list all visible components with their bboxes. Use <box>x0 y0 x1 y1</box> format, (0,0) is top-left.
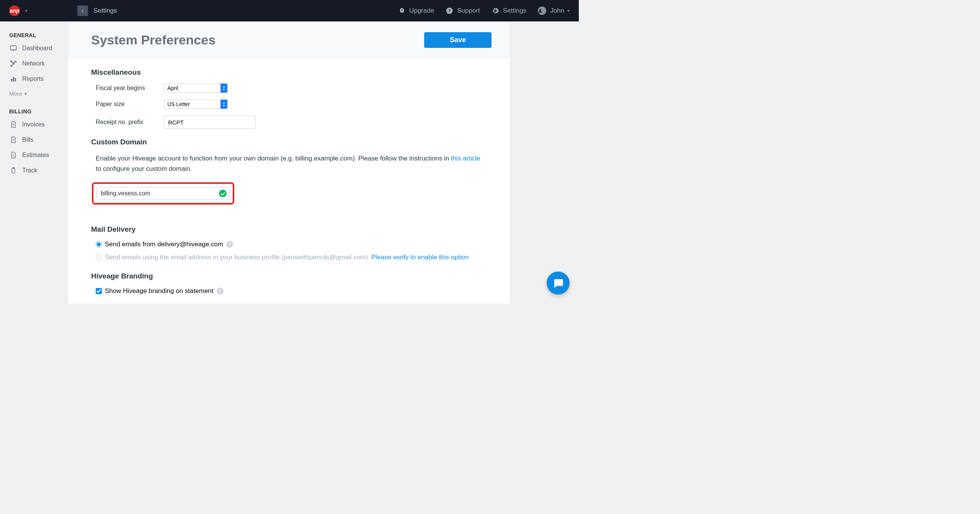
sidebar-item-label: Estimates <box>22 152 49 159</box>
section-heading-miscellaneous: Miscellaneous <box>91 68 487 77</box>
receipt-prefix-label: Receipt no. prefix <box>96 119 164 126</box>
page-title: Settings <box>93 7 117 15</box>
chevron-down-icon: ▾ <box>567 8 570 13</box>
custom-domain-input[interactable] <box>96 187 230 200</box>
user-menu[interactable]: John ▾ <box>538 7 570 15</box>
verify-email-link[interactable]: Please verify to enable this option <box>371 254 469 261</box>
rocket-icon <box>399 7 405 14</box>
sidebar-heading-general: GENERAL <box>9 32 63 38</box>
custom-domain-article-link[interactable]: this article <box>451 155 480 162</box>
sidebar-item-network[interactable]: Network <box>9 60 63 67</box>
network-icon <box>9 60 18 67</box>
avatar-icon <box>538 7 546 15</box>
sidebar-more-label: More <box>9 90 22 97</box>
reports-icon <box>9 75 18 83</box>
checkmark-icon <box>219 190 227 197</box>
mail-option-default-label: Send emails from delivery@hiveage.com <box>105 241 223 248</box>
sidebar-item-dashboard[interactable]: Dashboard <box>9 44 63 52</box>
content-panel: System Preferences Save Miscellaneous Fi… <box>68 21 510 304</box>
sidebar-item-estimates[interactable]: Estimates <box>9 151 63 159</box>
help-icon[interactable]: ? <box>226 241 233 248</box>
content-header: System Preferences Save <box>68 21 510 57</box>
paper-size-label: Paper size <box>96 101 164 108</box>
svg-line-12 <box>11 64 13 66</box>
chevron-down-icon: ▾ <box>24 91 27 97</box>
svg-rect-14 <box>13 77 14 82</box>
track-icon <box>9 167 18 174</box>
sidebar: GENERAL Dashboard Network Reports More ▾… <box>0 21 68 304</box>
branding-checkbox-row[interactable]: Show Hiveage branding on statement ? <box>96 287 487 295</box>
upgrade-link[interactable]: Upgrade <box>399 7 434 15</box>
settings-label: Settings <box>503 7 526 15</box>
svg-line-10 <box>11 61 13 64</box>
chat-icon <box>552 277 564 289</box>
custom-domain-desc-post: to configure your custom domain. <box>96 165 192 172</box>
section-heading-custom-domain: Custom Domain <box>91 138 487 146</box>
paper-size-select[interactable] <box>164 100 227 109</box>
custom-domain-highlight <box>92 182 234 205</box>
sidebar-item-reports[interactable]: Reports <box>9 75 63 83</box>
sidebar-item-invoices[interactable]: Invoices <box>9 121 63 128</box>
logo-text: anp <box>10 8 20 14</box>
svg-line-11 <box>13 62 16 64</box>
topbar: anp ▾ ‹ Settings Upgrade ? Support Setti… <box>0 0 579 21</box>
back-button[interactable]: ‹ <box>77 5 88 16</box>
sidebar-heading-billing: BILLING <box>9 108 63 115</box>
estimate-icon <box>9 151 18 159</box>
sidebar-item-label: Network <box>22 60 45 67</box>
custom-domain-desc-pre: Enable your Hiveage account to function … <box>96 155 451 162</box>
support-label: Support <box>457 7 480 15</box>
fiscal-year-label: Fiscal year begins <box>96 85 164 92</box>
fiscal-year-select[interactable] <box>164 83 227 93</box>
invoice-icon <box>9 121 18 128</box>
help-icon[interactable]: ? <box>217 288 224 295</box>
mail-option-default[interactable]: Send emails from delivery@hiveage.com ? <box>96 241 487 248</box>
svg-rect-3 <box>11 46 16 50</box>
sidebar-item-label: Reports <box>22 75 44 82</box>
sidebar-item-label: Bills <box>22 136 33 143</box>
sidebar-item-label: Dashboard <box>22 45 52 52</box>
section-heading-branding: Hiveage Branding <box>91 272 487 280</box>
help-icon: ? <box>446 7 453 15</box>
user-name: John <box>550 7 564 15</box>
receipt-prefix-input[interactable] <box>164 116 256 129</box>
gear-icon <box>492 7 499 15</box>
bill-icon <box>9 136 18 144</box>
support-link[interactable]: ? Support <box>446 7 480 15</box>
chat-widget[interactable] <box>547 272 570 295</box>
custom-domain-description: Enable your Hiveage account to function … <box>96 153 487 174</box>
sidebar-item-label: Track <box>22 167 37 174</box>
mail-option-profile-radio <box>96 254 102 260</box>
svg-rect-15 <box>15 78 16 82</box>
mail-option-profile-label: Send emails using the email address in y… <box>105 254 370 261</box>
mail-option-profile: Send emails using the email address in y… <box>96 254 487 261</box>
upgrade-label: Upgrade <box>409 7 434 15</box>
settings-link[interactable]: Settings <box>492 7 526 15</box>
save-button[interactable]: Save <box>424 32 492 48</box>
sidebar-item-label: Invoices <box>22 121 45 128</box>
branding-checkbox[interactable] <box>96 288 102 294</box>
branding-checkbox-label: Show Hiveage branding on statement <box>105 287 214 295</box>
mail-option-default-radio[interactable] <box>96 241 102 247</box>
svg-rect-13 <box>11 79 12 82</box>
logo-dropdown-chevron-icon[interactable]: ▾ <box>25 8 28 13</box>
svg-point-2 <box>539 9 541 11</box>
dashboard-icon <box>9 44 18 52</box>
main: System Preferences Save Miscellaneous Fi… <box>68 21 579 304</box>
chevron-left-icon: ‹ <box>82 7 83 14</box>
logo[interactable]: anp <box>9 5 20 16</box>
content-title: System Preferences <box>91 33 216 47</box>
svg-text:?: ? <box>448 8 451 13</box>
sidebar-item-bills[interactable]: Bills <box>9 136 63 144</box>
sidebar-more[interactable]: More ▾ <box>9 90 63 97</box>
sidebar-item-track[interactable]: Track <box>9 167 63 174</box>
section-heading-mail-delivery: Mail Delivery <box>91 225 487 234</box>
